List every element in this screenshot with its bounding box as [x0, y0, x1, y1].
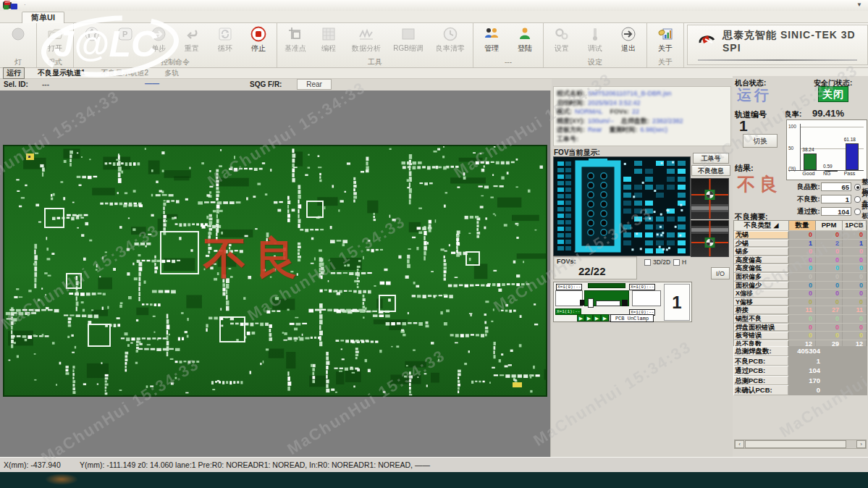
about-button[interactable]: 关于	[649, 24, 682, 54]
reset-button[interactable]: 重置	[175, 24, 208, 54]
step-button[interactable]: 单步	[142, 24, 175, 54]
defect-row-8[interactable]: Y偏移000	[734, 298, 867, 306]
checkbox-3d2d-box[interactable]	[644, 259, 651, 266]
manage-button[interactable]: 管理	[475, 24, 508, 54]
sel-dash: ——	[145, 80, 159, 88]
total-row-1: 不良PCB:1	[733, 356, 867, 366]
work-order-button[interactable]: 工单号	[693, 153, 729, 164]
defect-value: 0	[843, 298, 867, 306]
defect-type: 少锡	[734, 240, 789, 248]
defect-row-7[interactable]: X偏移000	[734, 289, 867, 298]
fiducial-button[interactable]: 基准点	[279, 24, 312, 54]
defect-type: 焊盘面积错误	[734, 324, 789, 332]
defect-row-6[interactable]: 面积偏少000	[734, 281, 867, 290]
title-bar: ·	[0, 0, 868, 11]
conveyor-arrow-icon[interactable]: ▶	[585, 314, 593, 321]
rgb-tune-button[interactable]: RGB细调	[387, 24, 429, 54]
sinictek-logo-icon	[698, 33, 717, 51]
stop-icon	[250, 25, 267, 43]
defect-value: 0	[789, 231, 816, 239]
scroll-track[interactable]	[744, 440, 856, 448]
cycle-button[interactable]: 循环	[208, 24, 242, 54]
stop-button[interactable]: 停止	[242, 24, 275, 54]
radio-icon[interactable]	[854, 209, 860, 215]
open-button[interactable]: 打开	[38, 24, 72, 54]
conveyor-slider[interactable]	[588, 298, 594, 308]
scroll-right-arrow[interactable]: ›	[856, 440, 866, 448]
conveyor-arrow-icon[interactable]: ▶	[577, 314, 585, 321]
track-tab-2[interactable]: 不良显示轨道2	[98, 68, 152, 78]
checkbox-h-box[interactable]	[673, 259, 680, 266]
program-button[interactable]: P	[109, 24, 142, 43]
info-row-1: 启动时间:2025/9/24 3:52:42	[557, 98, 728, 108]
defect-row-2[interactable]: 锡多000	[734, 247, 867, 256]
taskbar-glow	[45, 474, 78, 485]
chevron-down-icon[interactable]: ▼	[856, 1, 862, 8]
program-info-panel: 程式名称:SMT5206110716_B-DBR.jsn启动时间:2025/9/…	[553, 86, 731, 146]
header-0[interactable]: 不良类型 ◢	[734, 221, 789, 230]
defect-summary-table[interactable]: 不良类型 ◢数量PPM1PCB无锡000少锡121锡多000高度偏高000高度偏…	[733, 220, 867, 348]
defect-row-1[interactable]: 少锡121	[734, 239, 867, 248]
fiducial-view-2	[691, 220, 729, 257]
exit-button[interactable]: 退出	[612, 24, 645, 54]
defect-row-3[interactable]: 高度偏高000	[734, 256, 867, 264]
track-tab-1[interactable]: 不良显示轨道1	[35, 68, 88, 78]
sqg-rear-value[interactable]: Rear	[297, 79, 332, 90]
pcb-unclamp-button[interactable]: PCB UnClamp	[610, 314, 654, 322]
checkbox-3d2d[interactable]: 3D/2D	[644, 258, 670, 266]
login-button[interactable]: 登陆	[508, 24, 542, 54]
bar-category-label: NG	[823, 171, 831, 176]
fov-camera-image[interactable]	[553, 156, 691, 256]
radio-icon[interactable]	[854, 196, 860, 203]
defect-info-button[interactable]: 不良信息	[691, 165, 730, 176]
defect-value: 0	[843, 290, 867, 298]
defect-value: 0	[816, 315, 843, 323]
yield-bar-chart: 10050(%)38.24Good0.59NG61.18Pass	[786, 119, 867, 180]
fiducial-label: 基准点	[285, 43, 306, 54]
conveyor-arrow-icon[interactable]: ▶	[593, 314, 601, 321]
defect-row-11[interactable]: 焊盘面积错误000	[734, 323, 867, 332]
defect-row-12[interactable]: 板弯错误000	[734, 331, 867, 340]
track-switch-button[interactable]: 切换	[743, 134, 778, 148]
tab-simple-ui[interactable]: 简单UI	[22, 12, 64, 23]
scroll-left-arrow[interactable]: ‹	[735, 440, 744, 448]
home-button[interactable]	[75, 24, 109, 43]
scroll-thumb[interactable]	[745, 440, 846, 448]
track-tab-0[interactable]: 运行	[3, 67, 25, 79]
pcb-viewport[interactable]: 不良	[0, 91, 550, 457]
checkbox-h[interactable]: H	[673, 258, 686, 266]
programming-button[interactable]: 编程	[312, 24, 345, 54]
settings-button[interactable]: 设置	[545, 24, 578, 54]
stats-horizontal-scrollbar[interactable]: ‹ ›	[734, 439, 867, 449]
defect-table-header[interactable]: 不良类型 ◢数量PPM1PCB	[734, 221, 867, 230]
quick-access-dot[interactable]: ·	[24, 1, 26, 8]
yield-clear-button[interactable]: 良率清零	[429, 24, 471, 54]
bar-pass	[846, 143, 859, 170]
ribbon-group-3: 基准点编程数据分析RGB细调良率清零工具	[277, 23, 473, 67]
defect-value: 11	[789, 306, 816, 314]
lamp-button[interactable]	[1, 24, 35, 43]
p-badge-icon: P	[117, 25, 134, 43]
track-tab-3[interactable]: 多轨	[161, 68, 182, 78]
defect-row-9[interactable]: 桥接112711	[734, 306, 867, 314]
defect-row-10[interactable]: 锡型不良000	[734, 314, 867, 323]
header-2[interactable]: PPM	[816, 221, 843, 230]
data-analysis-button[interactable]: 数据分析	[345, 24, 387, 54]
header-1[interactable]: 数量	[789, 221, 816, 230]
defect-value: 0	[843, 332, 867, 340]
io-button[interactable]: I/O	[711, 267, 730, 279]
defect-value: 0	[816, 273, 843, 281]
defect-row-0[interactable]: 无锡000	[734, 230, 867, 239]
radio-icon[interactable]	[854, 184, 860, 190]
fiducial-view-1	[691, 178, 729, 219]
defect-value: 0	[816, 256, 843, 264]
defect-value: 0	[789, 256, 816, 264]
debug-button[interactable]: 调试	[578, 24, 612, 54]
defect-row-4[interactable]: 高度偏低000	[734, 264, 867, 272]
defect-value: 0	[843, 273, 867, 281]
count-row-1: 不良数:1焊盘	[795, 194, 868, 204]
defect-row-5[interactable]: 面积偏多000	[734, 272, 867, 281]
ribbon-group-caption: 控制命令	[75, 57, 275, 67]
header-3[interactable]: 1PCB	[843, 221, 867, 230]
conveyor-arrow-icon[interactable]: ▶	[601, 314, 609, 321]
